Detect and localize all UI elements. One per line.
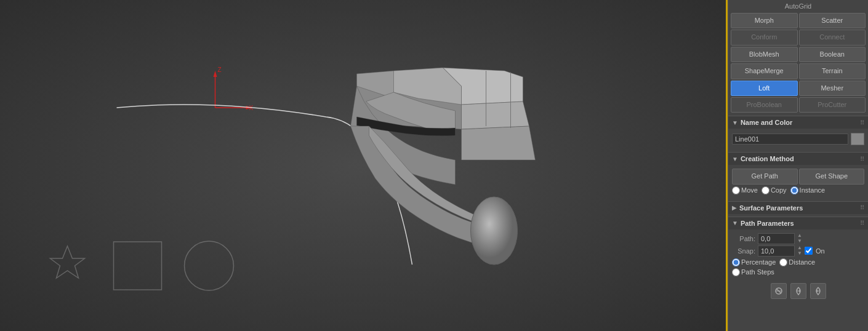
name-color-title: Name and Color bbox=[741, 119, 860, 126]
snap-label: Snap: bbox=[732, 247, 755, 255]
creation-method-content: Get Path Get Shape Move Copy Instance bbox=[728, 165, 868, 198]
percentage-label: Percentage bbox=[741, 258, 776, 266]
path-spinner[interactable]: ▲ ▼ bbox=[797, 233, 802, 244]
svg-text:Z: Z bbox=[218, 66, 222, 73]
name-and-color-content bbox=[728, 129, 868, 150]
connect-btn[interactable]: Connect bbox=[799, 30, 866, 45]
name-row bbox=[732, 133, 864, 145]
blobmesh-btn[interactable]: BlobMesh bbox=[731, 47, 798, 62]
path-parameters-header[interactable]: ▼ Path Parameters ⠿ bbox=[728, 217, 868, 229]
terrain-btn[interactable]: Terrain bbox=[799, 63, 866, 79]
move-label: Move bbox=[741, 186, 758, 194]
morph-btn[interactable]: Morph bbox=[731, 13, 798, 28]
on-checkbox[interactable] bbox=[805, 247, 813, 255]
path-steps-row: Path Steps bbox=[732, 268, 864, 276]
svg-point-10 bbox=[471, 197, 518, 265]
toolbar-icon-1[interactable] bbox=[771, 283, 787, 299]
move-copy-instance-row: Move Copy Instance bbox=[732, 186, 864, 194]
on-checkbox-row: On bbox=[805, 247, 825, 255]
toolbar-icons bbox=[728, 281, 868, 303]
scatter-btn[interactable]: Scatter bbox=[799, 13, 866, 28]
pct-dist-row: Percentage Distance bbox=[732, 258, 864, 266]
svg-marker-8 bbox=[394, 68, 462, 105]
path-params-title: Path Parameters bbox=[741, 220, 860, 227]
name-color-arrow: ▼ bbox=[732, 119, 738, 126]
get-shape-btn[interactable]: Get Shape bbox=[799, 169, 865, 184]
conform-btn[interactable]: Conform bbox=[731, 30, 798, 45]
copy-radio[interactable] bbox=[762, 186, 770, 194]
right-panel: AutoGrid Morph Scatter Conform Connect B… bbox=[728, 0, 868, 331]
svg-marker-3 bbox=[246, 106, 252, 110]
instance-label: Instance bbox=[800, 186, 826, 194]
path-steps-radio[interactable] bbox=[732, 268, 740, 276]
snap-input[interactable] bbox=[758, 245, 795, 257]
creation-method-arrow: ▼ bbox=[732, 156, 738, 162]
path-parameters-content: Path: ▲ ▼ Snap: ▲ ▼ On Percentage bbox=[728, 229, 868, 281]
copy-label: Copy bbox=[771, 186, 787, 194]
svg-marker-12 bbox=[462, 102, 529, 129]
get-path-btn[interactable]: Get Path bbox=[732, 169, 798, 184]
btn-row-5: Loft Mesher bbox=[731, 81, 866, 96]
proboolean-btn[interactable]: ProBoolean bbox=[731, 97, 798, 113]
boolean-btn[interactable]: Boolean bbox=[799, 47, 866, 62]
mesher-btn[interactable]: Mesher bbox=[799, 81, 866, 96]
svg-text:X: X bbox=[249, 105, 254, 111]
autogrid-label: AutoGrid bbox=[728, 0, 868, 12]
btn-row-2: Conform Connect bbox=[731, 30, 866, 45]
instance-radio[interactable] bbox=[790, 186, 798, 194]
move-radio[interactable] bbox=[732, 186, 740, 194]
svg-point-18 bbox=[185, 241, 234, 290]
shapemerge-btn[interactable]: ShapeMerge bbox=[731, 63, 798, 79]
creation-method-header[interactable]: ▼ Creation Method ⠿ bbox=[728, 152, 868, 165]
svg-marker-11 bbox=[443, 68, 523, 105]
distance-label: Distance bbox=[789, 258, 815, 266]
distance-radio[interactable] bbox=[779, 258, 787, 266]
svg-point-9 bbox=[471, 197, 518, 265]
svg-marker-16 bbox=[50, 246, 85, 278]
svg-marker-1 bbox=[214, 71, 217, 77]
path-input[interactable] bbox=[758, 233, 795, 244]
path-label: Path: bbox=[732, 235, 755, 242]
btn-row-3: BlobMesh Boolean bbox=[731, 47, 866, 62]
snap-value-row: Snap: ▲ ▼ On bbox=[732, 245, 864, 257]
path-params-arrow: ▼ bbox=[732, 220, 738, 226]
btn-row-1: Morph Scatter bbox=[731, 13, 866, 28]
path-steps-label: Path Steps bbox=[741, 268, 774, 276]
name-color-dots: ⠿ bbox=[860, 119, 864, 126]
toolbar-icon-3[interactable] bbox=[810, 283, 826, 299]
toolbar-icon-2[interactable] bbox=[790, 283, 806, 299]
loft-btn[interactable]: Loft bbox=[731, 81, 798, 96]
snap-spinner[interactable]: ▲ ▼ bbox=[797, 245, 802, 257]
btn-row-4: ShapeMerge Terrain bbox=[731, 63, 866, 79]
surface-parameters-header[interactable]: ▶ Surface Parameters ⠿ bbox=[728, 201, 868, 214]
surface-params-arrow: ▶ bbox=[732, 204, 737, 211]
on-label: On bbox=[816, 247, 825, 255]
btn-row-6: ProBoolean ProCutter bbox=[731, 97, 866, 113]
svg-marker-6 bbox=[357, 68, 462, 129]
creation-method-dots: ⠿ bbox=[860, 156, 864, 162]
creation-method-title: Creation Method bbox=[741, 155, 860, 162]
color-swatch[interactable] bbox=[851, 133, 864, 145]
percentage-radio[interactable] bbox=[732, 258, 740, 266]
surface-params-title: Surface Parameters bbox=[739, 204, 860, 212]
path-params-dots: ⠿ bbox=[860, 220, 864, 226]
get-buttons-row: Get Path Get Shape bbox=[732, 169, 864, 184]
svg-marker-13 bbox=[462, 126, 536, 160]
name-and-color-header[interactable]: ▼ Name and Color ⠿ bbox=[728, 116, 868, 129]
name-input[interactable] bbox=[732, 134, 848, 145]
svg-rect-17 bbox=[114, 242, 162, 290]
path-value-row: Path: ▲ ▼ bbox=[732, 233, 864, 244]
svg-marker-7 bbox=[357, 71, 419, 98]
surface-params-dots: ⠿ bbox=[860, 204, 864, 211]
viewport-content: Z X bbox=[0, 0, 726, 331]
viewport[interactable]: Z X bbox=[0, 0, 726, 331]
procutter-btn[interactable]: ProCutter bbox=[799, 97, 866, 113]
